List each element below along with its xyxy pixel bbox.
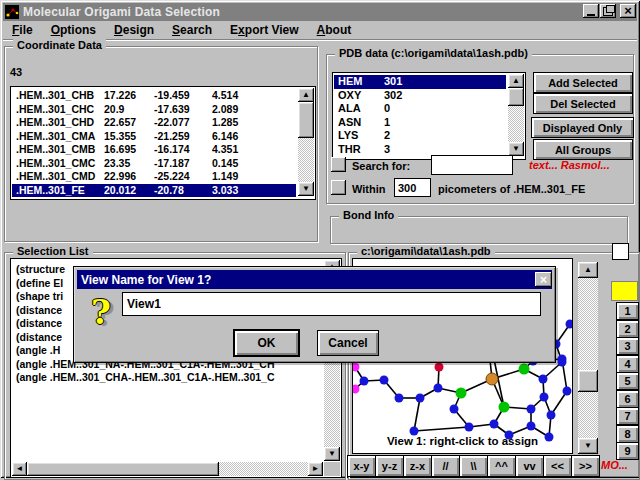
coordinate-data-title: Coordinate Data [13,39,106,51]
table-row[interactable]: LYS2 [334,129,506,143]
table-row[interactable]: THR3 [334,143,506,157]
app-icon [5,5,19,19]
view-toolbar-slash-button[interactable]: // [431,455,460,477]
question-mark-icon: ? ? [89,292,125,332]
table-row[interactable]: ALA0 [334,102,506,116]
dialog-close-button[interactable]: × [535,272,552,287]
scroll-down-icon[interactable]: ▼ [298,182,314,196]
ok-button[interactable]: OK [234,330,299,356]
scroll-right-icon[interactable]: ► [308,462,323,476]
cancel-button[interactable]: Cancel [317,330,379,356]
view-scrollbar[interactable]: ▲ ▼ [578,262,598,454]
view-button-5[interactable]: 5 [616,372,639,390]
restore-button[interactable] [600,4,616,18]
coordinate-list-scrollbar[interactable]: ▲ ▼ [298,88,314,196]
scrollbar-thumb[interactable] [578,370,598,392]
view-button-3[interactable]: 3 [616,337,639,355]
table-row[interactable]: HEM301 [334,75,506,89]
view-red-hint: MO... [601,459,628,471]
scrollbar-corner [324,462,340,476]
minimize-button[interactable] [583,4,599,18]
view-toolbar-left-button[interactable]: << [543,455,572,477]
table-row[interactable]: .HEM..301_CHC20.9-17.6392.089 [12,103,296,117]
coordinate-count: 43 [10,66,22,78]
bond-info-group: Bond Info [330,216,628,244]
scroll-up-icon[interactable]: ▲ [578,262,598,278]
displayed-only-button[interactable]: Displayed Only [531,117,634,138]
menu-item-about[interactable]: About [308,21,361,39]
table-row[interactable]: .HEM..301_CMD22.996-25.2241.149 [12,170,296,184]
color-swatch[interactable] [611,281,638,301]
view-toolbar-yz-button[interactable]: y-z [375,455,404,477]
table-row[interactable]: .HEM..301_CMA15.355-21.2596.146 [12,130,296,144]
search-checkbox[interactable] [331,157,346,172]
close-icon: × [540,275,547,285]
coordinate-rows: .HEM..301_CHB17.226-19.4594.514.HEM..301… [12,89,296,197]
pdb-list-scrollbar[interactable]: ▲ ▼ [508,74,524,156]
del-selected-button[interactable]: Del Selected [533,93,633,114]
view-name-dialog: View Name for View 1? × ? ? OK Cancel [73,266,556,363]
coordinate-list[interactable]: .HEM..301_CHB17.226-19.4594.514.HEM..301… [10,86,316,200]
table-row[interactable]: .HEM..301_CHD22.657-22.0771.285 [12,116,296,130]
pdb-rows: HEM301OXY302ALA0ASN1LYS2THR3 [334,75,506,156]
dialog-title: View Name for View 1? [81,273,211,287]
list-item[interactable]: (angle .HEM..301_CHA-.HEM..301_C1A-.HEM.… [12,371,320,385]
scroll-down-icon[interactable]: ▼ [324,447,340,461]
view-button-4[interactable]: 4 [616,355,639,373]
menu-item-design[interactable]: Design [105,21,163,39]
add-selected-button[interactable]: Add Selected [533,72,633,93]
title-bar[interactable]: Molecular Origami Data Selection [3,3,637,21]
within-input[interactable] [394,178,431,197]
view-button-9[interactable]: 9 [616,442,639,460]
menu-item-file[interactable]: File [3,21,42,39]
table-row[interactable]: .HEM..301_FE20.012-20.783.033 [12,184,296,198]
pdb-list[interactable]: HEM301OXY302ALA0ASN1LYS2THR3 ▲ ▼ [332,72,526,160]
search-label: Search for: [352,160,410,172]
close-button[interactable]: × [620,4,636,18]
view-toolbar-xy-button[interactable]: x-y [347,455,376,477]
table-row[interactable]: .HEM..301_CMB16.695-16.1744.351 [12,143,296,157]
scrollbar-thumb[interactable] [508,88,524,106]
table-row[interactable]: .HEM..301_CHB17.226-19.4594.514 [12,89,296,103]
pdb-data-title: PDB data (c:\origami\data\1ash.pdb) [335,47,532,59]
scroll-left-icon[interactable]: ◄ [12,462,27,476]
scroll-up-icon[interactable]: ▲ [298,88,314,102]
view-button-7[interactable]: 7 [616,407,639,425]
view-toolbar-up-button[interactable]: ^^ [487,455,516,477]
view-name-input[interactable] [122,292,541,316]
window-title: Molecular Origami Data Selection [23,5,220,19]
menu-item-search[interactable]: Search [163,21,221,39]
scroll-up-icon[interactable]: ▲ [508,74,524,88]
search-red-hint: text... Rasmol... [529,159,610,171]
menu-item-options[interactable]: Options [42,21,105,39]
table-row[interactable]: ASN1 [334,116,506,130]
within-checkbox[interactable] [331,180,346,195]
menu-item-export-view[interactable]: Export View [221,21,308,39]
table-row[interactable]: OXY302 [334,89,506,103]
scrollbar-thumb[interactable] [27,462,219,476]
dialog-title-bar[interactable]: View Name for View 1? × [77,270,552,289]
scroll-down-icon[interactable]: ▼ [578,438,598,454]
view-toolbar-backslash-button[interactable]: \\ [459,455,488,477]
app-window: Molecular Origami Data Selection × FileO… [0,0,640,478]
within-label: Within [352,183,386,195]
view-button-8[interactable]: 8 [616,425,639,443]
view-toolbar-zx-button[interactable]: z-x [403,455,432,477]
scrollbar-thumb[interactable] [298,102,314,138]
all-groups-button[interactable]: All Groups [533,139,633,160]
view-button-2[interactable]: 2 [616,320,639,338]
view-toolbar-right-button[interactable]: >> [571,455,600,477]
table-row[interactable]: .HEM..301_CMC23.35-17.1870.145 [12,157,296,171]
view-caption: View 1: right-click to assign [353,435,572,447]
view-checkbox[interactable] [612,243,629,260]
view-button-6[interactable]: 6 [616,390,639,408]
view-group-title: c:\origami\data\1ash.pdb [357,245,495,257]
selection-list-hscrollbar[interactable]: ◄ ► [12,462,323,476]
view-toolbar-down-button[interactable]: vv [515,455,544,477]
search-input[interactable] [431,155,513,175]
view-button-1[interactable]: 1 [616,302,639,320]
scroll-down-icon[interactable]: ▼ [508,142,524,156]
minimize-icon [587,14,595,16]
menu-bar: FileOptionsDesignSearchExport ViewAbout [3,21,637,40]
within-suffix: picometers of .HEM..301_FE [438,183,585,195]
